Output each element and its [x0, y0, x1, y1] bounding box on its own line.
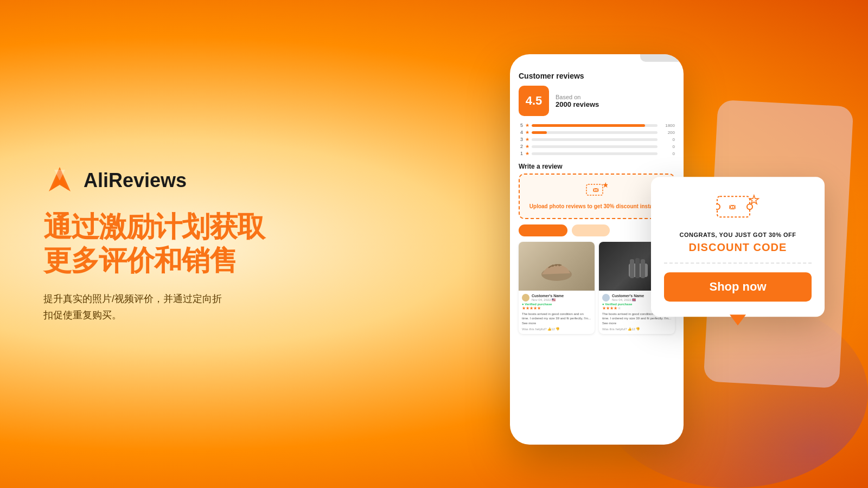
- review-stars-1: ★★★★★: [522, 306, 591, 311]
- review-text-1: The boots arrived in good condition and …: [522, 312, 591, 325]
- svg-text:★: ★: [749, 193, 760, 207]
- bar-track-3: [532, 138, 658, 141]
- subtext: 提升真实的照片/视频评价，并通过定向折扣促使重复购买。: [43, 291, 228, 324]
- tab-inactive[interactable]: [572, 224, 610, 236]
- svg-text:★: ★: [602, 182, 608, 189]
- arrow-down-icon: [730, 309, 746, 325]
- bar-track-4: [532, 131, 658, 134]
- star-icon: ★: [525, 130, 529, 135]
- star-icon: ★: [525, 144, 529, 149]
- rating-text: Based on 2000 reviews: [556, 94, 599, 108]
- svg-point-8: [555, 264, 557, 266]
- svg-point-9: [558, 264, 560, 266]
- review-date-1: Nov 04, 2022 🇺🇸: [532, 298, 564, 301]
- upload-text: Upload photo reviews to get 30% discount…: [525, 203, 668, 210]
- svg-text:🎟: 🎟: [729, 202, 736, 211]
- review-date-2: Nov 04, 2022 🇬🇧: [612, 298, 644, 301]
- bar-track-2: [532, 145, 658, 148]
- bar-fill-4: [532, 131, 547, 134]
- discount-icon-area: ★ 🎟: [664, 192, 812, 224]
- left-panel: AliReviews 通过激励计划获取更多评价和销售 提升真实的照片/视频评价，…: [0, 132, 326, 356]
- helpful-row-1: Was this helpful? 👍12 👎: [522, 327, 591, 331]
- rating-badge: 4.5: [519, 86, 549, 116]
- star-icon: ★: [525, 151, 529, 156]
- svg-rect-12: [635, 258, 640, 278]
- svg-rect-11: [630, 259, 634, 278]
- reviewer-avatar-1: [522, 294, 529, 301]
- right-panel: Customer reviews 4.5 Based on 2000 revie…: [326, 0, 868, 488]
- customer-reviews-title: Customer reviews: [519, 72, 675, 80]
- star-row-5: 5 ★ 1800: [519, 123, 675, 128]
- headline: 通过激励计划获取更多评价和销售: [43, 210, 282, 278]
- write-review-title: Write a review: [519, 163, 675, 170]
- svg-marker-19: [730, 314, 746, 325]
- congrats-text: CONGRATS, YOU JUST GOT 30% OFF: [664, 232, 812, 238]
- logo-text: AliReviews: [84, 169, 187, 192]
- phone-notch: [640, 54, 684, 62]
- svg-text:🎟: 🎟: [592, 186, 599, 194]
- page: AliReviews 通过激励计划获取更多评价和销售 提升真实的照片/视频评价，…: [0, 0, 868, 488]
- discount-code-label: DISCOUNT CODE: [664, 241, 812, 254]
- reviewer-avatar-2: [602, 294, 610, 301]
- reviewer-row-1: Customer's Name Nov 04, 2022 🇺🇸: [522, 294, 591, 301]
- svg-point-15: [716, 204, 720, 209]
- review-image-1: [519, 242, 595, 291]
- star-icon: ★: [525, 123, 529, 128]
- svg-point-7: [552, 265, 554, 267]
- star-icon: ★: [525, 137, 529, 142]
- bar-fill-5: [532, 124, 645, 127]
- based-on-label: Based on: [556, 94, 599, 100]
- svg-rect-13: [641, 259, 645, 278]
- reviewer-name-1: Customer's Name: [532, 294, 564, 298]
- reviews-count: 2000 reviews: [556, 100, 599, 108]
- review-card-1: Customer's Name Nov 04, 2022 🇺🇸 ● Verifi…: [519, 242, 595, 334]
- divider: [664, 262, 812, 264]
- discount-card: ★ 🎟 CONGRATS, YOU JUST GOT 30% OFF DISCO…: [651, 177, 825, 317]
- star-row-1: 1 ★ 0: [519, 151, 675, 156]
- star-bars: 5 ★ 1800 4 ★ 200: [519, 123, 675, 156]
- rating-summary: 4.5 Based on 2000 reviews: [519, 86, 675, 116]
- star-row-3: 3 ★ 0: [519, 137, 675, 142]
- discount-icon: ★ 🎟: [716, 192, 760, 222]
- shop-now-button[interactable]: Shop now: [664, 272, 812, 301]
- tab-active[interactable]: [519, 224, 567, 236]
- bar-track-5: [532, 124, 658, 127]
- review-card-body-1: Customer's Name Nov 04, 2022 🇺🇸 ● Verifi…: [519, 291, 595, 334]
- logo-icon: [43, 164, 76, 197]
- logo-row: AliReviews: [43, 164, 282, 197]
- upload-icon-area: 🎟 ★: [525, 182, 668, 200]
- star-row-4: 4 ★ 200: [519, 130, 675, 135]
- coupon-upload-icon: 🎟 ★: [586, 182, 608, 197]
- star-row-2: 2 ★ 0: [519, 144, 675, 149]
- helpful-row-2: Was this helpful? 👍12 👎: [602, 327, 672, 331]
- reviewer-name-2: Customer's Name: [612, 294, 644, 298]
- bar-track-1: [532, 152, 658, 155]
